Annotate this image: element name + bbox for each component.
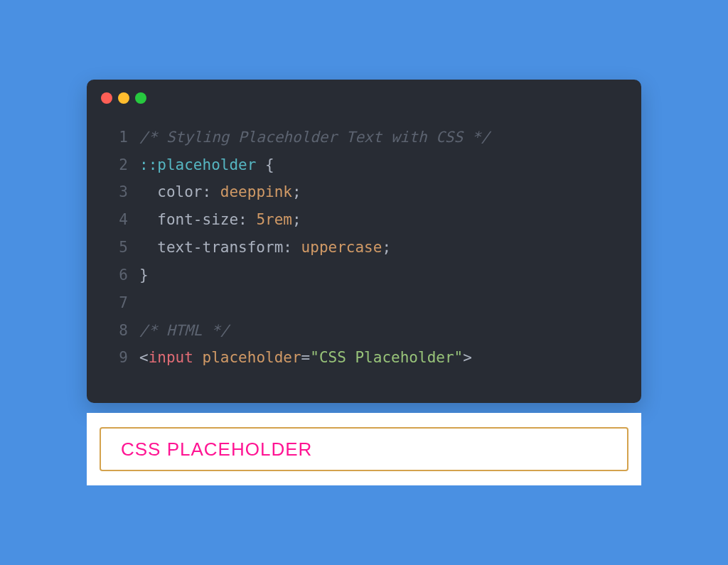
code-token: uppercase xyxy=(301,239,382,256)
code-token: deeppink xyxy=(220,183,292,200)
line-number: 6 xyxy=(108,262,128,289)
code-token: ; xyxy=(382,239,391,256)
line-number: 4 xyxy=(108,206,128,234)
code-line: 4 font-size: 5rem; xyxy=(108,206,620,234)
minimize-icon[interactable] xyxy=(118,92,129,104)
code-token: : xyxy=(203,183,220,200)
line-number: 2 xyxy=(108,151,128,179)
code-token: ; xyxy=(292,183,301,200)
code-token: "CSS Placeholder" xyxy=(310,349,463,366)
code-token: ; xyxy=(292,211,301,228)
code-line: 7 xyxy=(108,289,620,317)
preview-input[interactable] xyxy=(100,427,628,471)
code-token: font-size xyxy=(139,211,238,228)
code-token: = xyxy=(301,349,311,366)
code-line: 2::placeholder { xyxy=(108,151,620,179)
code-token: < xyxy=(139,349,149,366)
code-token: 5rem xyxy=(256,211,292,228)
code-line: 9<input placeholder="CSS Placeholder"> xyxy=(108,344,620,372)
line-number: 8 xyxy=(108,317,128,345)
code-content: 1/* Styling Placeholder Text with CSS */… xyxy=(87,111,641,404)
line-text: text-transform: uppercase; xyxy=(139,234,620,262)
line-text xyxy=(139,289,620,317)
code-token: color xyxy=(139,183,203,200)
code-line: 6} xyxy=(108,262,620,289)
line-text: <input placeholder="CSS Placeholder"> xyxy=(139,344,620,372)
code-token: text-transform xyxy=(139,239,283,256)
line-text: font-size: 5rem; xyxy=(139,206,620,234)
close-icon[interactable] xyxy=(101,92,112,104)
code-line: 8/* HTML */ xyxy=(108,317,620,345)
line-number: 7 xyxy=(108,289,128,317)
code-editor-window: 1/* Styling Placeholder Text with CSS */… xyxy=(87,80,641,404)
code-token: /* Styling Placeholder Text with CSS */ xyxy=(139,129,490,146)
line-number: 3 xyxy=(108,178,128,206)
code-line: 3 color: deeppink; xyxy=(108,178,620,206)
code-token: > xyxy=(463,349,472,366)
line-text: /* Styling Placeholder Text with CSS */ xyxy=(139,124,620,151)
code-token xyxy=(193,349,203,366)
line-text: color: deeppink; xyxy=(139,178,620,206)
code-token: input xyxy=(149,349,193,366)
code-token: : xyxy=(238,211,256,228)
code-token: placeholder xyxy=(203,349,301,366)
maximize-icon[interactable] xyxy=(135,92,146,104)
line-number: 9 xyxy=(108,344,128,372)
code-line: 1/* Styling Placeholder Text with CSS */ xyxy=(108,124,620,151)
line-text: } xyxy=(139,262,620,289)
code-token: ::placeholder xyxy=(139,156,256,173)
window-controls xyxy=(87,80,641,111)
code-token: { xyxy=(256,156,274,173)
preview-panel xyxy=(87,413,641,485)
code-token: : xyxy=(283,239,301,256)
line-number: 5 xyxy=(108,234,128,262)
code-token: /* HTML */ xyxy=(139,322,229,339)
line-text: ::placeholder { xyxy=(139,151,620,179)
line-number: 1 xyxy=(108,124,128,151)
line-text: /* HTML */ xyxy=(139,317,620,345)
code-line: 5 text-transform: uppercase; xyxy=(108,234,620,262)
code-token: } xyxy=(139,267,149,284)
